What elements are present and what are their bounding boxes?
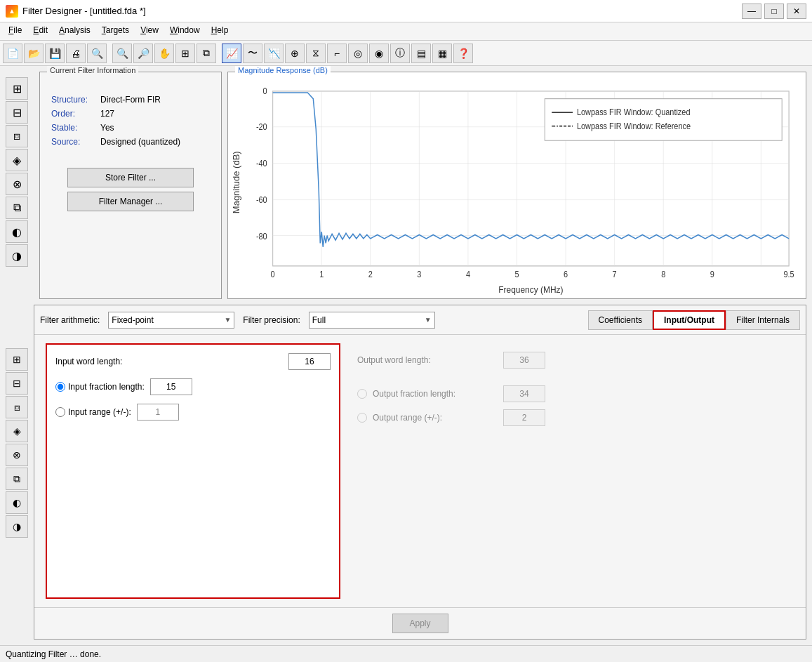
step-btn[interactable]: ⌐ [327,44,347,63]
tab-coefficients[interactable]: Coefficients [588,310,653,330]
menu-view[interactable]: View [135,24,164,39]
output-range-label: Output range (+/-): [373,413,442,423]
svg-text:-60: -60 [256,196,267,205]
save-button[interactable]: 💾 [45,44,65,63]
new-button[interactable]: 📄 [3,44,22,63]
input-word-length-field[interactable] [288,353,331,370]
tabs: Coefficients Input/Output Filter Interna… [588,310,801,330]
toolbar: 📄 📂 💾 🖨 🔍 🔍 🔎 ✋ ⊞ ⧉ 📈 〜 📉 ⊕ ⧖ ⌐ ◎ ◉ ⓘ ▤ … [0,41,812,66]
output-fraction-field [503,385,545,402]
sidebar-icon-5[interactable]: ⊗ [6,444,28,466]
sidebar-icon-6[interactable]: ⧉ [6,468,28,490]
precision-dropdown[interactable]: Full ▼ [309,312,435,329]
menu-file[interactable]: File [3,24,27,39]
zoom-out-button[interactable]: 🔎 [133,44,153,63]
menu-targets[interactable]: Targets [96,24,135,39]
sidebar-design-btn-2[interactable]: ⊟ [6,101,28,124]
input-fraction-radio-label[interactable]: Input fraction length: [55,382,145,392]
precision-label: Filter precision: [243,315,300,325]
output-settings-panel: Output word length: Output fraction leng… [340,343,794,599]
tab-input-output[interactable]: Input/Output [653,310,726,330]
bottom-panel: Filter arithmetic: Fixed-point ▼ Filter … [34,305,806,640]
help2-btn[interactable]: ❓ [453,44,473,63]
filter-manager-button[interactable]: Filter Manager ... [67,192,194,211]
sidebar-icon-3[interactable]: ⧈ [6,396,28,418]
sidebar-icon-8[interactable]: ◑ [6,515,28,538]
svg-text:7: 7 [613,270,617,279]
group-delay-btn[interactable]: 📉 [264,44,284,63]
filter-structure-row: Structure: Direct-Form FIR [51,95,210,105]
input-word-length-row: Input word length: [55,353,331,370]
phase-btn[interactable]: 〜 [243,44,262,63]
output-fraction-label: Output fraction length: [373,389,455,399]
svg-text:9.5: 9.5 [784,270,794,279]
svg-text:Frequency (MHz): Frequency (MHz) [498,284,563,295]
copy-button[interactable]: ⧉ [197,44,216,63]
filter-stable-row: Stable: Yes [51,123,210,133]
quantize-btn[interactable]: ▦ [432,44,452,63]
help-button[interactable]: 🔍 [87,44,107,63]
spec-btn[interactable]: ◎ [348,44,368,63]
open-button[interactable]: 📂 [24,44,44,63]
input-fraction-field[interactable] [150,378,192,395]
arithmetic-value: Fixed-point [112,315,224,325]
print-button[interactable]: 🖨 [66,44,86,63]
input-range-radio[interactable] [55,407,65,417]
pole-zero-btn[interactable]: ⊕ [285,44,305,63]
impulse-btn[interactable]: ⧖ [306,44,326,63]
noise-btn[interactable]: ◉ [369,44,389,63]
minimize-button[interactable]: — [742,4,761,19]
fit-button[interactable]: ⊞ [175,44,195,63]
filter-info-title: Current Filter Information [47,66,138,74]
top-section: ⊞ ⊟ ⧈ ◈ ⊗ ⧉ ◐ ◑ Current Filter Informati… [0,66,812,305]
input-fraction-radio[interactable] [55,382,65,392]
output-word-length-row: Output word length: [357,352,778,369]
filter-btn[interactable]: ▤ [411,44,431,63]
svg-text:2: 2 [368,270,373,279]
svg-text:5: 5 [514,270,519,279]
svg-text:-40: -40 [256,159,267,168]
store-filter-button[interactable]: Store Filter ... [67,168,194,187]
stable-value: Yes [100,123,114,133]
menu-analysis[interactable]: Analysis [53,24,96,39]
apply-button[interactable]: Apply [392,614,448,633]
magnitude-btn[interactable]: 📈 [222,44,241,63]
sidebar-design-btn-1[interactable]: ⊞ [6,77,28,100]
info-btn[interactable]: ⓘ [390,44,410,63]
sidebar-icon-2[interactable]: ⊟ [6,372,28,395]
sidebar-icon-7[interactable]: ◐ [6,491,28,514]
input-settings-panel: Input word length: Input fraction length… [46,343,340,599]
input-range-field[interactable] [137,404,179,421]
svg-text:0: 0 [271,270,275,279]
output-word-length-label: Output word length: [357,355,498,365]
pan-button[interactable]: ✋ [154,44,174,63]
arithmetic-dropdown[interactable]: Fixed-point ▼ [108,312,234,329]
input-range-radio-label[interactable]: Input range (+/-): [55,407,131,417]
svg-text:4: 4 [466,270,471,279]
sidebar-design-btn-8[interactable]: ◑ [6,244,28,267]
app-icon: ▲ [6,5,18,18]
zoom-in-button[interactable]: 🔍 [112,44,132,63]
sidebar-design-btn-7[interactable]: ◐ [6,220,28,243]
output-word-length-field [503,352,545,369]
source-value: Designed (quantized) [100,137,180,147]
svg-text:Lowpass FIR Window: Quantized: Lowpass FIR Window: Quantized [577,108,691,117]
input-range-row: Input range (+/-): [55,404,331,421]
sidebar-design-btn-4[interactable]: ◈ [6,149,28,171]
svg-text:6: 6 [564,270,568,279]
sidebar-design-btn-5[interactable]: ⊗ [6,173,28,195]
close-button[interactable]: ✕ [787,4,806,19]
tab-filter-internals[interactable]: Filter Internals [726,310,800,330]
sidebar-icon-1[interactable]: ⊞ [6,348,28,371]
source-label: Source: [51,137,100,147]
svg-text:1: 1 [319,270,324,279]
menu-help[interactable]: Help [206,24,234,39]
menu-edit[interactable]: Edit [27,24,53,39]
magnitude-chart: 0 -20 -40 -60 -80 0 1 2 3 4 5 6 7 8 9 [231,84,803,304]
menu-window[interactable]: Window [164,24,206,39]
title-bar: ▲ Filter Designer - [untitled.fda *] — □… [0,0,812,22]
sidebar-design-btn-3[interactable]: ⧈ [6,125,28,147]
maximize-button[interactable]: □ [764,4,784,19]
sidebar-design-btn-6[interactable]: ⧉ [6,197,28,219]
sidebar-icon-4[interactable]: ◈ [6,420,28,442]
